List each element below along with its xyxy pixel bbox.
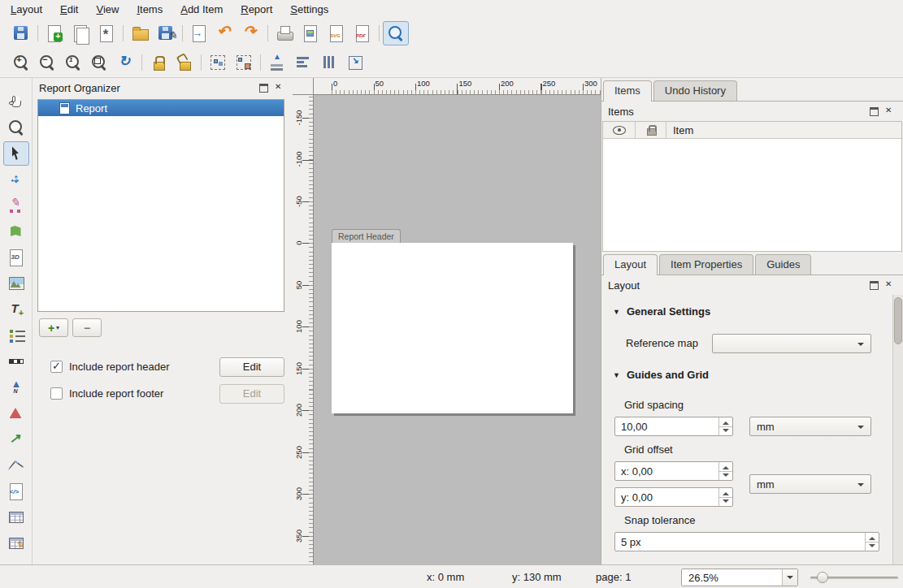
align-items-button[interactable] — [290, 50, 316, 75]
edit-header-button[interactable]: Edit — [219, 357, 284, 377]
zoom-full-button[interactable] — [86, 50, 112, 75]
grid-offset-unit-combo[interactable]: mm — [749, 474, 871, 494]
items-lock-column-header — [636, 122, 666, 138]
add-scalebar-button[interactable] — [3, 349, 29, 374]
reference-map-combo[interactable] — [712, 334, 871, 353]
edit-nodes-item-button[interactable] — [3, 193, 29, 218]
unlock-items-button[interactable] — [171, 50, 198, 75]
tab-guides[interactable]: Guides — [755, 254, 811, 275]
scrollbar-thumb[interactable] — [894, 297, 902, 344]
dock-close-button[interactable] — [274, 83, 284, 93]
dock-float-button[interactable] — [258, 83, 269, 93]
add-node-item-button[interactable] — [3, 453, 29, 478]
general-settings-section-header[interactable]: ▼ General Settings — [613, 305, 710, 318]
report-tree-item[interactable]: Report — [38, 100, 284, 116]
v-ruler-label: 350 — [295, 524, 303, 548]
export-svg-button[interactable] — [323, 21, 349, 45]
preview-button[interactable] — [383, 21, 409, 45]
add-legend-button[interactable] — [3, 323, 29, 348]
guides-and-grid-title: Guides and Grid — [627, 369, 709, 381]
save-project-button[interactable] — [8, 21, 34, 45]
distribute-items-button[interactable] — [316, 50, 342, 75]
grid-spacing-spinbox[interactable]: 10,00 — [614, 417, 733, 436]
layout-canvas[interactable]: Report Header — [314, 95, 601, 564]
zoom-actual-button[interactable] — [60, 50, 86, 75]
duplicate-report-button[interactable] — [67, 21, 93, 45]
add-picture-button[interactable] — [3, 271, 29, 296]
add-map-button[interactable] — [3, 219, 29, 244]
layout-panel-scrollbar[interactable] — [892, 295, 903, 564]
resize-items-button[interactable] — [342, 50, 368, 75]
add-arrow-button[interactable] — [3, 427, 29, 452]
include-report-footer-checkbox[interactable] — [50, 387, 63, 400]
menu-items[interactable]: Items — [128, 2, 171, 17]
remove-section-button[interactable]: − — [72, 318, 102, 337]
dock-close-button[interactable] — [884, 106, 895, 117]
spin-arrows[interactable] — [718, 488, 732, 506]
add-3d-map-icon — [7, 248, 26, 267]
menu-settings[interactable]: Settings — [281, 2, 337, 17]
zoom-combo-arrow[interactable] — [782, 569, 797, 586]
zoom-slider[interactable] — [810, 571, 898, 584]
tab-items[interactable]: Items — [603, 80, 652, 102]
export-image-button[interactable] — [297, 21, 323, 45]
ungroup-items-button[interactable] — [231, 50, 257, 75]
export-pdf-button[interactable] — [349, 21, 376, 45]
zoom-in-button[interactable] — [8, 50, 34, 75]
add-section-button[interactable]: + ▾ — [39, 318, 68, 337]
include-report-header-checkbox[interactable] — [50, 361, 63, 373]
add-attribute-table-button[interactable] — [3, 505, 29, 530]
pan-button[interactable] — [3, 89, 29, 114]
spin-arrows[interactable] — [865, 533, 879, 551]
layout-manager-button[interactable] — [93, 21, 119, 45]
add-html-button[interactable] — [3, 479, 29, 504]
menu-view[interactable]: View — [87, 2, 128, 17]
zoom-button[interactable] — [3, 115, 29, 140]
grid-offset-x-spinbox[interactable]: x: 0,00 — [614, 461, 733, 481]
tab-undo-history[interactable]: Undo History — [653, 80, 737, 101]
group-items-button[interactable] — [205, 50, 231, 75]
guides-and-grid-section-header[interactable]: ▼ Guides and Grid — [613, 369, 709, 381]
add-3d-map-button[interactable] — [3, 245, 29, 270]
add-items-from-template-button[interactable] — [186, 21, 212, 45]
spin-arrows[interactable] — [718, 462, 732, 480]
v-ruler-label: 200 — [295, 398, 303, 422]
tab-item-properties[interactable]: Item Properties — [659, 254, 753, 275]
add-shape-button[interactable] — [3, 401, 29, 426]
grid-spacing-unit-combo[interactable]: mm — [749, 417, 871, 436]
add-north-arrow-button[interactable] — [3, 375, 29, 400]
move-item-content-button[interactable] — [3, 167, 29, 192]
zoom-slider-handle[interactable] — [817, 572, 828, 583]
add-fixed-table-button[interactable] — [3, 531, 29, 556]
new-report-button[interactable] — [41, 21, 67, 45]
lock-items-button[interactable] — [145, 50, 171, 75]
raise-items-button[interactable] — [264, 50, 290, 75]
edit-footer-button[interactable]: Edit — [219, 384, 284, 404]
minus-icon: − — [84, 322, 90, 334]
spin-arrows[interactable] — [718, 417, 732, 435]
zoom-out-button[interactable] — [34, 50, 60, 75]
dock-float-button[interactable] — [869, 106, 879, 117]
items-table-header: Item — [603, 122, 901, 139]
menu-edit[interactable]: Edit — [51, 2, 87, 17]
dock-float-button[interactable] — [869, 280, 879, 291]
report-page[interactable] — [332, 243, 573, 413]
tab-layout[interactable]: Layout — [603, 254, 658, 275]
zoom-level-combo[interactable]: 26.5% — [681, 569, 798, 586]
print-button[interactable] — [271, 21, 297, 45]
menu-add-item[interactable]: Add Item — [171, 2, 232, 17]
items-list[interactable] — [603, 139, 901, 251]
refresh-button[interactable] — [112, 50, 138, 75]
redo-button[interactable] — [238, 21, 264, 45]
snap-tolerance-spinbox[interactable]: 5 px — [614, 532, 879, 551]
open-template-button[interactable] — [127, 21, 153, 45]
save-as-template-button[interactable] — [153, 21, 179, 45]
grid-offset-y-spinbox[interactable]: y: 0,00 — [614, 487, 733, 507]
dock-close-button[interactable] — [884, 280, 895, 291]
menu-layout[interactable]: Layout — [2, 2, 51, 17]
undo-button[interactable] — [212, 21, 238, 45]
canvas-area: 050100150200250300 -150-100-500501001502… — [293, 78, 601, 564]
menu-report[interactable]: Report — [232, 2, 281, 17]
select-move-item-button[interactable] — [3, 141, 29, 166]
add-label-button[interactable] — [3, 297, 29, 322]
